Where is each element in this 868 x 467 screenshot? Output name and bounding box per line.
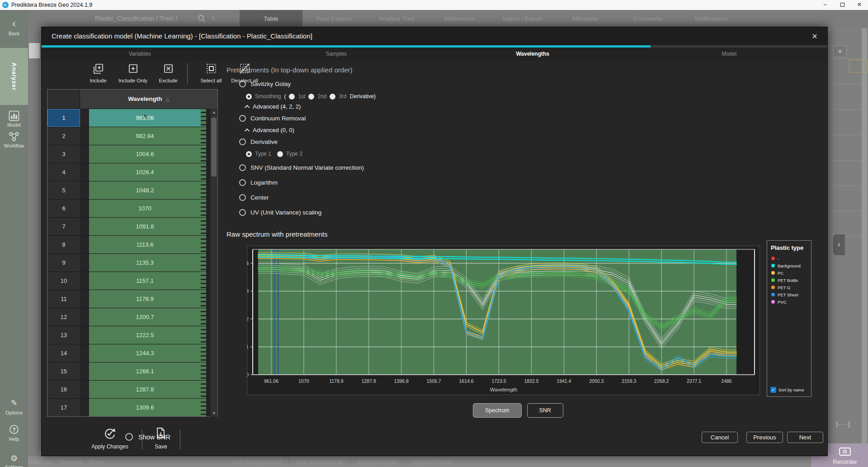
nav-tab-import-export[interactable]: Import / Export xyxy=(491,10,554,28)
legend-entry[interactable]: PVC xyxy=(767,298,811,305)
row-index[interactable]: 8 xyxy=(47,236,80,253)
table-row[interactable]: 41026.4 xyxy=(47,163,217,181)
row-index[interactable]: 17 xyxy=(47,399,80,416)
wavelength-cell[interactable]: 1244.3 xyxy=(89,344,201,362)
include-button[interactable]: Include xyxy=(83,62,113,83)
type1-radio[interactable] xyxy=(246,151,252,157)
close-icon[interactable]: ✕ xyxy=(851,0,868,10)
scrollbar-thumb[interactable] xyxy=(211,118,217,176)
table-row[interactable]: 111178.9 xyxy=(47,290,217,308)
row-index[interactable]: 14 xyxy=(47,344,80,362)
wavelength-cell[interactable]: 1113.6 xyxy=(89,236,201,253)
table-row[interactable]: 121200.7 xyxy=(47,308,217,326)
table-row[interactable]: 71091.8 xyxy=(47,217,217,235)
bottombar-item-remove[interactable]: Remove xyxy=(60,458,81,465)
radio-icon[interactable] xyxy=(239,81,246,87)
wavelength-cell[interactable]: 1266.1 xyxy=(89,362,201,380)
uv-scaling-radio[interactable]: UV (Unit Variance) scaling xyxy=(239,209,321,216)
radio-icon[interactable] xyxy=(239,164,246,171)
sidebar-item-options[interactable]: Options xyxy=(0,410,28,415)
dialog-tab-model[interactable]: Model xyxy=(631,48,828,61)
table-row[interactable]: 1961.06▾ xyxy=(47,109,217,127)
row-index[interactable]: 2 xyxy=(47,127,80,145)
table-row[interactable]: 2982.84 xyxy=(47,127,217,145)
back-chevron-icon[interactable]: ‹ xyxy=(0,18,28,29)
table-row[interactable]: 61070 xyxy=(47,199,217,217)
nav-tab-metadata[interactable]: Metadata xyxy=(554,10,617,28)
radio-icon[interactable] xyxy=(239,209,246,216)
third-derivative-radio[interactable] xyxy=(330,94,335,100)
radio-icon[interactable] xyxy=(239,138,246,145)
nav-tab-notifications[interactable]: Notifications xyxy=(679,10,742,28)
legend-entry[interactable]: - xyxy=(767,255,811,262)
sidebar-item-analyzer[interactable]: Analyzer xyxy=(0,48,28,105)
gear-icon[interactable]: ⚙ xyxy=(0,453,28,463)
row-index[interactable]: 1 xyxy=(47,109,80,127)
row-index[interactable]: 10 xyxy=(47,272,80,290)
next-button[interactable]: Next xyxy=(787,432,823,443)
nav-tab-references[interactable]: References xyxy=(428,10,491,28)
table-row[interactable]: 161287.8 xyxy=(47,380,217,398)
wavelength-cell[interactable]: 1070 xyxy=(89,200,201,217)
row-index[interactable]: 15 xyxy=(47,362,80,380)
radio-icon[interactable] xyxy=(239,115,246,122)
sidebar-item-workflow[interactable]: Workflow xyxy=(0,143,28,148)
bottombar-item-duplicate[interactable]: Duplicate xyxy=(28,458,52,465)
table-row[interactable]: 151266.1 xyxy=(47,362,217,380)
legend-entry[interactable]: Background xyxy=(767,262,811,269)
background-scrollbar[interactable] xyxy=(862,28,867,456)
bottombar-item-apply-changes[interactable]: Apply Changes xyxy=(358,458,398,465)
radio-icon[interactable] xyxy=(239,179,246,186)
legend-entry[interactable]: PET Bottle xyxy=(767,276,811,284)
smoothing-radio[interactable] xyxy=(246,94,252,100)
table-row[interactable]: 171309.6 xyxy=(47,398,217,416)
wavelength-cell[interactable]: 1026.4 xyxy=(89,163,201,181)
breadcrumb[interactable]: Plastic_Classification / Train / xyxy=(95,15,177,22)
continuum-removal-radio[interactable]: Continuum Removal xyxy=(239,115,306,122)
dialog-close-icon[interactable]: ✕ xyxy=(809,31,820,42)
wavelength-cell[interactable]: 1178.9 xyxy=(89,290,201,308)
sort-arrows-icon[interactable]: ↑↓ xyxy=(211,14,215,21)
cancel-button[interactable]: Cancel xyxy=(702,432,738,443)
legend-entry[interactable]: PET G xyxy=(767,284,811,291)
savitzky-advanced-toggle[interactable]: Advanced (4, 2, 2) xyxy=(246,103,301,110)
legend-entry[interactable]: PET Sheet xyxy=(767,291,811,298)
first-derivative-radio[interactable] xyxy=(289,94,295,100)
workflow-nodes-icon[interactable] xyxy=(0,131,28,144)
wavelength-cell[interactable]: 1287.8 xyxy=(89,381,201,398)
wavelength-cell[interactable]: 961.06▾ xyxy=(89,109,201,127)
include-only-button[interactable]: Include Only xyxy=(113,62,153,83)
wavelength-cell[interactable]: 1091.8 xyxy=(89,218,201,235)
row-index[interactable]: 9 xyxy=(47,254,80,272)
continuum-advanced-toggle[interactable]: Advanced (0, 0) xyxy=(246,127,294,133)
snv-radio[interactable]: SNV (Standard Normal Variate correction) xyxy=(239,164,364,171)
wavelength-cell[interactable]: 982.84 xyxy=(89,127,201,145)
scroll-up-icon[interactable]: ▲ xyxy=(210,110,218,114)
sort-by-name-checkbox[interactable]: ✓ Sort by name xyxy=(770,387,804,393)
nav-tab-pixel-explore[interactable]: Pixel Explore xyxy=(302,10,365,28)
center-radio[interactable]: Center xyxy=(239,194,269,201)
nav-tab-analyse-tree[interactable]: Analyse Tree xyxy=(365,10,428,28)
select-all-button[interactable]: Select all xyxy=(196,62,226,83)
table-row[interactable]: 51048.2 xyxy=(47,181,217,199)
checkbox-checked-icon[interactable]: ✓ xyxy=(770,387,776,393)
sidebar-back-label[interactable]: Back xyxy=(0,31,28,36)
radio-icon[interactable] xyxy=(125,433,133,441)
nav-tab-table[interactable]: Table xyxy=(240,10,302,28)
radio-icon[interactable] xyxy=(239,194,246,201)
dialog-tab-samples[interactable]: Samples xyxy=(238,48,435,61)
logarithm-radio[interactable]: Logarithm xyxy=(239,179,278,186)
bottombar-item-move[interactable]: Move xyxy=(89,458,104,465)
dialog-tab-wavelengths[interactable]: Wavelengths xyxy=(434,48,631,61)
row-index[interactable]: 16 xyxy=(47,381,80,398)
pencil-icon[interactable]: ✎ xyxy=(0,398,28,408)
maximize-icon[interactable] xyxy=(834,0,851,10)
minimize-icon[interactable]: – xyxy=(816,0,834,10)
row-index[interactable]: 5 xyxy=(47,181,80,199)
table-row[interactable]: 101157.1 xyxy=(47,272,217,290)
search-icon[interactable] xyxy=(197,14,206,25)
sidebar-item-model[interactable]: Model xyxy=(0,122,28,128)
wavelength-cell[interactable]: 1135.3 xyxy=(89,254,201,272)
snr-view-button[interactable]: SNR xyxy=(527,403,563,418)
table-row[interactable]: 141244.3 xyxy=(47,344,217,362)
